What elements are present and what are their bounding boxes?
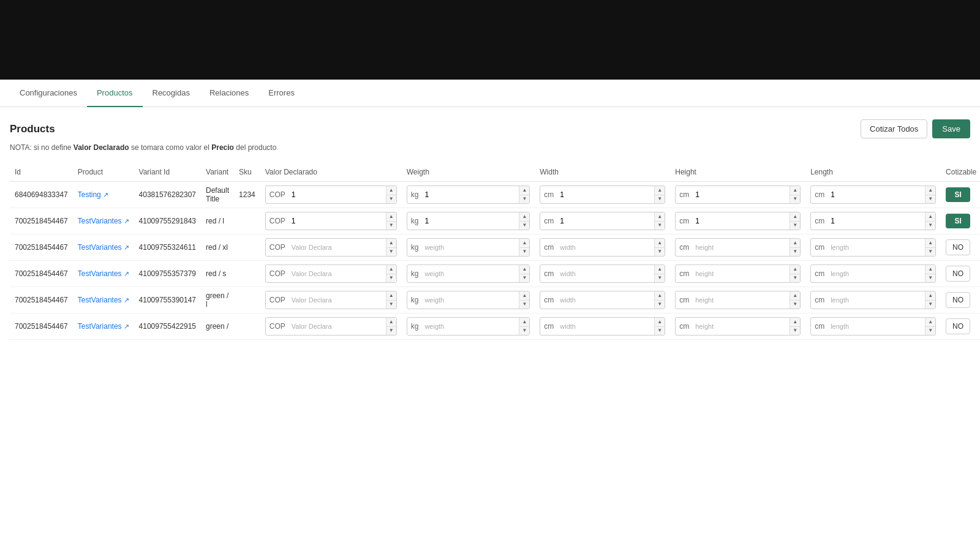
spin-down-button[interactable]: ▼ bbox=[386, 195, 396, 204]
cotizable-button[interactable]: NO bbox=[946, 292, 970, 308]
spin-up-button[interactable]: ▲ bbox=[790, 291, 800, 301]
tab-configuraciones[interactable]: Configuraciones bbox=[10, 80, 87, 107]
spin-up-button[interactable]: ▲ bbox=[519, 212, 529, 222]
cotizar-todos-button[interactable]: Cotizar Todos bbox=[861, 119, 927, 138]
input-field[interactable] bbox=[557, 217, 654, 225]
spin-up-button[interactable]: ▲ bbox=[519, 186, 529, 195]
spin-up-button[interactable]: ▲ bbox=[386, 239, 396, 248]
spin-down-button[interactable]: ▼ bbox=[925, 222, 935, 230]
spin-down-button[interactable]: ▼ bbox=[790, 248, 800, 257]
row-cotizable: NO bbox=[941, 313, 980, 340]
spin-up-button[interactable]: ▲ bbox=[655, 291, 665, 301]
spin-up-button[interactable]: ▲ bbox=[790, 318, 800, 327]
input-field[interactable] bbox=[422, 190, 519, 199]
product-link[interactable]: TestVariantes ↗ bbox=[78, 269, 129, 278]
spin-up-button[interactable]: ▲ bbox=[925, 212, 935, 222]
spin-down-button[interactable]: ▼ bbox=[519, 301, 529, 309]
product-link[interactable]: TestVariantes ↗ bbox=[78, 296, 129, 304]
spin-up-button[interactable]: ▲ bbox=[655, 186, 665, 195]
spin-up-button[interactable]: ▲ bbox=[925, 265, 935, 274]
save-button[interactable]: Save bbox=[932, 119, 970, 138]
input-field[interactable] bbox=[289, 190, 386, 199]
cotizable-button[interactable]: NO bbox=[946, 239, 970, 255]
product-link[interactable]: TestVariantes ↗ bbox=[78, 243, 129, 252]
input-field[interactable] bbox=[693, 190, 790, 199]
spin-up-button[interactable]: ▲ bbox=[655, 318, 665, 327]
spin-down-button[interactable]: ▼ bbox=[655, 327, 665, 335]
input-field[interactable] bbox=[289, 217, 386, 225]
spin-down-button[interactable]: ▼ bbox=[790, 222, 800, 230]
spin-down-button[interactable]: ▼ bbox=[655, 222, 665, 230]
spin-up-button[interactable]: ▲ bbox=[519, 265, 529, 274]
spin-down-button[interactable]: ▼ bbox=[386, 274, 396, 283]
tab-productos[interactable]: Productos bbox=[87, 80, 143, 107]
spin-down-button[interactable]: ▼ bbox=[790, 195, 800, 204]
spin-up-button[interactable]: ▲ bbox=[925, 239, 935, 248]
spin-down-button[interactable]: ▼ bbox=[790, 301, 800, 309]
spin-up-button[interactable]: ▲ bbox=[925, 318, 935, 327]
cotizable-button[interactable]: NO bbox=[946, 266, 970, 282]
spin-up-button[interactable]: ▲ bbox=[386, 291, 396, 301]
spin-down-button[interactable]: ▼ bbox=[655, 248, 665, 257]
input-cell: COP▲▼ bbox=[260, 208, 402, 234]
spin-down-button[interactable]: ▼ bbox=[925, 195, 935, 204]
spin-up-button[interactable]: ▲ bbox=[386, 318, 396, 327]
spin-down-button[interactable]: ▼ bbox=[386, 248, 396, 257]
spin-down-button[interactable]: ▼ bbox=[925, 301, 935, 309]
spin-up-button[interactable]: ▲ bbox=[790, 186, 800, 195]
row-id: 7002518454467 bbox=[10, 234, 73, 261]
spin-down-button[interactable]: ▼ bbox=[655, 195, 665, 204]
spin-up-button[interactable]: ▲ bbox=[386, 212, 396, 222]
input-field[interactable] bbox=[422, 217, 519, 225]
cotizable-button[interactable]: SI bbox=[946, 187, 970, 202]
product-link[interactable]: TestVariantes ↗ bbox=[78, 217, 129, 225]
col-sku: Sku bbox=[234, 163, 260, 182]
spin-up-button[interactable]: ▲ bbox=[519, 318, 529, 327]
spin-down-button[interactable]: ▼ bbox=[655, 274, 665, 283]
spin-up-button[interactable]: ▲ bbox=[655, 212, 665, 222]
spin-down-button[interactable]: ▼ bbox=[925, 248, 935, 257]
spin-up-button[interactable]: ▲ bbox=[925, 291, 935, 301]
tab-recogidas[interactable]: Recogidas bbox=[143, 80, 200, 107]
spin-down-button[interactable]: ▼ bbox=[790, 274, 800, 283]
spin-down-button[interactable]: ▼ bbox=[519, 248, 529, 257]
spin-up-button[interactable]: ▲ bbox=[519, 239, 529, 248]
spin-up-button[interactable]: ▲ bbox=[790, 265, 800, 274]
input-field[interactable] bbox=[557, 190, 654, 199]
spin-down-button[interactable]: ▼ bbox=[925, 327, 935, 335]
spin-up-button[interactable]: ▲ bbox=[790, 212, 800, 222]
spin-down-button[interactable]: ▼ bbox=[386, 327, 396, 335]
cotizable-button[interactable]: SI bbox=[946, 214, 970, 228]
col-id: Id bbox=[10, 163, 73, 182]
spin-down-button[interactable]: ▼ bbox=[386, 222, 396, 230]
spin-up-button[interactable]: ▲ bbox=[386, 265, 396, 274]
input-field[interactable] bbox=[828, 217, 925, 225]
spin-down-button[interactable]: ▼ bbox=[386, 301, 396, 309]
col-height: Height bbox=[670, 163, 805, 182]
input-unit-label: cm bbox=[540, 243, 557, 252]
spin-buttons: ▲▼ bbox=[654, 265, 665, 282]
spin-down-button[interactable]: ▼ bbox=[790, 327, 800, 335]
cotizable-button[interactable]: NO bbox=[946, 318, 970, 334]
spin-down-button[interactable]: ▼ bbox=[519, 222, 529, 230]
col-length: Length bbox=[805, 163, 941, 182]
spin-up-button[interactable]: ▲ bbox=[386, 186, 396, 195]
spin-up-button[interactable]: ▲ bbox=[519, 291, 529, 301]
tab-errores[interactable]: Errores bbox=[258, 80, 304, 107]
spin-down-button[interactable]: ▼ bbox=[655, 301, 665, 309]
spin-buttons: ▲▼ bbox=[925, 212, 935, 230]
spin-down-button[interactable]: ▼ bbox=[519, 274, 529, 283]
tab-relaciones[interactable]: Relaciones bbox=[200, 80, 258, 107]
input-field[interactable] bbox=[693, 217, 790, 225]
spin-up-button[interactable]: ▲ bbox=[655, 265, 665, 274]
product-link[interactable]: Testing ↗ bbox=[78, 190, 129, 199]
spin-up-button[interactable]: ▲ bbox=[925, 186, 935, 195]
spin-down-button[interactable]: ▼ bbox=[519, 195, 529, 204]
input-field[interactable] bbox=[828, 190, 925, 199]
spin-up-button[interactable]: ▲ bbox=[655, 239, 665, 248]
product-link[interactable]: TestVariantes ↗ bbox=[78, 322, 129, 331]
spin-down-button[interactable]: ▼ bbox=[925, 274, 935, 283]
row-product: TestVariantes ↗ bbox=[73, 261, 134, 287]
spin-down-button[interactable]: ▼ bbox=[519, 327, 529, 335]
spin-up-button[interactable]: ▲ bbox=[790, 239, 800, 248]
